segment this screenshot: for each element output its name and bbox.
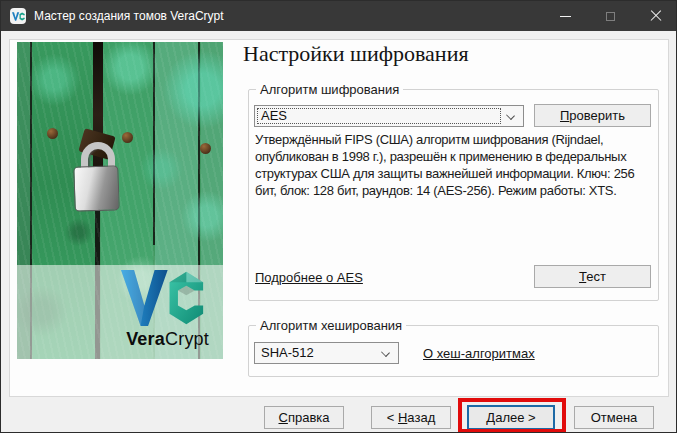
bolt-image [47,128,58,139]
minimize-icon[interactable] [543,1,588,31]
encryption-algorithm-select[interactable]: AES [254,105,524,127]
more-about-aes-link[interactable]: Подробнее о AES [255,270,363,285]
test-button[interactable]: Тест [534,265,651,288]
encryption-group-label: Алгоритм шифрования [256,82,403,97]
wordmark-bold: Vera [126,329,165,349]
help-mnemonic: С [279,410,288,425]
cancel-label: Отмена [591,410,638,425]
veracrypt-wordmark: VeraCrypt [126,329,209,350]
maximize-icon[interactable] [588,1,633,31]
verify-button[interactable]: Проверить [534,104,651,127]
bolt-image [122,132,133,143]
next-mnemonic: Д [486,410,495,425]
next-rest: алее > [495,410,535,425]
back-rest: азад [407,410,435,425]
back-mnemonic: Н [398,410,407,425]
veracrypt-wizard-window: Мастер создания томов VeraCrypt [0,0,677,433]
hash-algorithm-select[interactable]: SHA-512 [254,342,399,364]
test-rest: ест [586,269,606,284]
back-prefix: < [387,410,398,425]
chevron-down-icon [381,348,390,357]
hash-info-link[interactable]: О хеш-алгоритмах [423,346,535,361]
bolt-image [200,143,211,154]
padlock-image [73,165,120,212]
door-photo: VeraCrypt [17,42,223,359]
chevron-down-icon [506,111,515,120]
next-button[interactable]: Далее > [467,405,555,430]
verify-rest: роверить [569,108,625,123]
hash-algorithm-value: SHA-512 [261,343,314,363]
focus-rect [257,108,501,124]
close-icon[interactable] [633,1,677,31]
hash-group-label: Алгоритм хеширования [256,318,406,333]
wordmark-light: Crypt [165,329,209,349]
titlebar: Мастер создания томов VeraCrypt [1,1,676,31]
cancel-button[interactable]: Отмена [574,406,654,429]
veracrypt-app-icon [10,8,26,24]
page-title: Настройки шифрования [243,41,469,67]
verify-mnemonic: П [560,108,569,123]
branding-overlay: VeraCrypt [17,265,223,359]
help-rest: правка [288,410,330,425]
algorithm-description: Утверждённый FIPS (США) алгоритм шифрова… [255,131,656,199]
veracrypt-logo-icon [119,270,207,326]
back-button[interactable]: < Назад [371,406,451,429]
help-button[interactable]: Справка [264,406,344,429]
window-title: Мастер создания томов VeraCrypt [34,1,224,31]
